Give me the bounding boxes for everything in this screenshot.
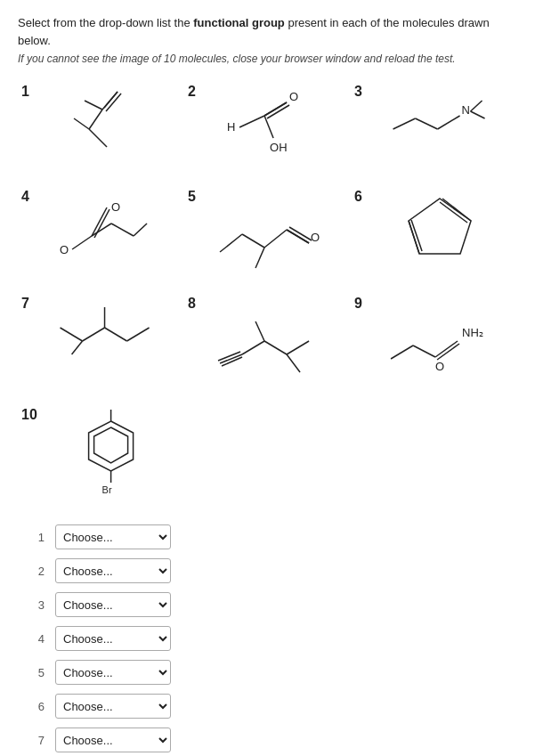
answer-select-4[interactable]: Choose... Alcohol Aldehyde Alkane Alkene… [55,626,171,651]
molecule-9: 9 O NH₂ [351,291,517,395]
answer-select-6[interactable]: Choose... Alcohol Aldehyde Alkane Alkene… [55,694,171,719]
svg-line-0 [89,129,107,147]
mol-label-2: 2 [188,85,196,99]
svg-line-58 [435,341,458,357]
mol-label-4: 4 [21,190,29,204]
svg-line-53 [287,341,309,354]
mol-label-9: 9 [354,297,362,311]
svg-line-22 [72,236,92,249]
svg-line-17 [437,116,459,129]
answer-row-6: 6 Choose... Alcohol Aldehyde Alkane Alke… [18,694,517,719]
molecule-3: 3 N [351,79,517,177]
svg-line-28 [134,224,147,236]
svg-line-47 [71,341,82,354]
svg-line-26 [94,209,109,238]
svg-line-29 [220,234,242,252]
svg-line-16 [415,118,437,129]
molecule-10: 10 Br Br [18,402,184,507]
svg-text:O: O [289,90,298,103]
svg-marker-37 [409,199,471,254]
bold-functional-group: functional group [193,16,285,29]
svg-line-42 [60,328,82,341]
mol-label-8: 8 [188,297,196,311]
svg-line-39 [442,199,471,221]
svg-line-6 [74,118,89,129]
answer-row-4: 4 Choose... Alcohol Aldehyde Alkane Alke… [18,626,517,651]
molecule-1: 1 [18,79,184,177]
mol-label-1: 1 [21,85,29,99]
svg-line-27 [111,224,134,236]
svg-line-20 [470,111,484,118]
instruction-line2: If you cannot see the image of 10 molecu… [18,53,517,65]
answers-section: 1 Choose... Alcohol Aldehyde Alkane Alke… [18,524,517,756]
svg-line-31 [264,230,287,248]
molecule-7: 7 [18,291,184,395]
svg-line-30 [242,234,264,248]
answer-row-5: 5 Choose... Alcohol Aldehyde Alkane Alke… [18,660,517,685]
svg-line-43 [82,328,104,341]
svg-line-59 [437,344,459,360]
answer-select-3[interactable]: Choose... Alcohol Aldehyde Alkane Alkene… [55,592,171,617]
svg-line-55 [287,354,300,372]
answer-label-5: 5 [18,666,45,679]
molecule-8: 8 [184,291,351,395]
svg-text:N: N [461,103,469,117]
mol-label-3: 3 [354,85,362,99]
svg-text:Br: Br [101,408,111,410]
svg-line-54 [255,321,264,341]
answer-label-3: 3 [18,598,45,612]
svg-text:H: H [227,120,235,134]
molecule-6: 6 [351,184,517,284]
svg-line-52 [264,341,287,354]
svg-text:O: O [111,200,120,214]
answer-row-2: 2 Choose... Alcohol Aldehyde Alkane Alke… [18,558,517,583]
svg-marker-63 [93,427,127,463]
answer-label-1: 1 [18,531,45,544]
mol-label-5: 5 [188,190,196,204]
svg-line-44 [104,328,126,341]
molecule-5: 5 O [184,184,351,284]
instruction-line1: Select from the drop-down list the funct… [18,14,517,49]
answer-row-1: 1 Choose... Alcohol Aldehyde Alkane Alke… [18,524,517,549]
svg-text:O: O [435,360,444,373]
answer-label-7: 7 [18,734,45,747]
svg-line-3 [85,101,102,110]
molecule-4: 4 O O [18,184,184,284]
answer-select-5[interactable]: Choose... Alcohol Aldehyde Alkane Alkene… [55,660,171,685]
svg-line-15 [393,118,415,129]
svg-text:O: O [311,231,320,244]
svg-text:Br: Br [101,484,111,495]
svg-line-1 [89,110,102,129]
svg-line-56 [391,345,413,359]
mol-label-7: 7 [21,297,29,311]
svg-line-38 [440,202,467,223]
svg-text:OH: OH [270,141,288,154]
answer-row-3: 3 Choose... Alcohol Aldehyde Alkane Alke… [18,592,517,617]
svg-line-45 [126,328,149,341]
mol-label-6: 6 [354,190,362,204]
answer-row-7: 7 Choose... Alcohol Aldehyde Alkane Alke… [18,728,517,752]
svg-text:O: O [60,243,69,256]
svg-line-36 [255,248,264,268]
answer-select-2[interactable]: Choose... Alcohol Aldehyde Alkane Alkene… [55,558,171,583]
answer-label-2: 2 [18,565,45,578]
svg-line-51 [242,341,264,354]
answer-label-4: 4 [18,632,45,646]
answer-select-7[interactable]: Choose... Alcohol Aldehyde Alkane Alkene… [55,728,171,752]
mol-label-10: 10 [21,408,37,422]
svg-line-19 [470,101,482,111]
svg-text:NH₂: NH₂ [462,326,483,339]
answer-label-6: 6 [18,700,45,713]
molecule-2: 2 H O OH [184,79,351,177]
answer-select-1[interactable]: Choose... Alcohol Aldehyde Alkane Alkene… [55,524,171,549]
svg-line-13 [264,116,273,138]
svg-line-57 [413,345,435,357]
svg-line-8 [239,116,264,127]
molecules-grid: 1 2 H O OH 3 [18,79,517,507]
